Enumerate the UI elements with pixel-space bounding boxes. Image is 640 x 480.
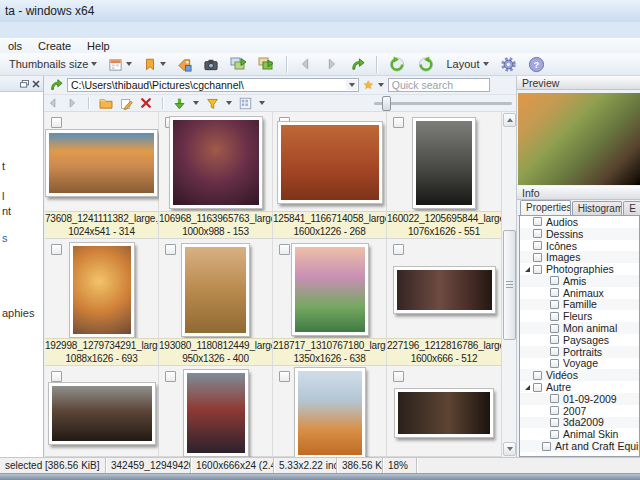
category-checkbox[interactable] (550, 324, 559, 333)
view-mode-grid-icon[interactable] (239, 97, 252, 110)
thumbnail-cell[interactable]: 106968_1163965763_large.jpg1000x988 - 15… (159, 112, 273, 239)
category-checkbox[interactable] (542, 442, 551, 451)
chevron-down-icon[interactable] (259, 101, 265, 105)
close-icon[interactable] (32, 80, 40, 88)
category-row[interactable]: Vidéos (520, 369, 639, 381)
thumbnail-cell[interactable] (45, 366, 159, 457)
folder-item[interactable]: l (2, 190, 4, 202)
category-checkbox[interactable] (550, 300, 559, 309)
category-checkbox[interactable] (550, 335, 559, 344)
category-row[interactable]: Portraits (520, 346, 639, 358)
category-row[interactable]: Images (520, 251, 639, 263)
category-row[interactable]: Famille (520, 299, 639, 311)
thumbnail-cell[interactable]: 218717_1310767180_large.jpg1350x1626 - 6… (273, 239, 387, 366)
tab-e[interactable]: E (623, 201, 640, 215)
category-checkbox[interactable] (550, 418, 559, 427)
category-row[interactable]: Paysages (520, 334, 639, 346)
thumbnail-image[interactable] (394, 388, 494, 438)
folder-item[interactable]: aphies (2, 307, 34, 319)
thumbnail-image[interactable] (69, 242, 135, 338)
category-row[interactable]: Amis (520, 275, 639, 287)
thumbnail-cell[interactable]: 125841_1166714058_large.jpg1600x1226 - 2… (273, 112, 387, 239)
category-checkbox[interactable] (533, 217, 542, 226)
category-row[interactable]: Photographies (520, 263, 639, 275)
thumbnails-size-button[interactable]: Thumbnails size (6, 55, 100, 74)
scrollbar-thumb[interactable] (503, 230, 516, 340)
category-checkbox[interactable] (550, 312, 559, 321)
thumbnail-image[interactable] (48, 382, 156, 445)
thumbnail-cell[interactable]: 73608_1241111382_large.jpg1024x541 - 314 (45, 112, 159, 239)
thumbnail-cell[interactable] (159, 366, 273, 457)
thumbnail-image[interactable] (291, 243, 369, 336)
delete-icon[interactable] (140, 97, 152, 109)
category-row[interactable]: Audios (520, 216, 639, 228)
menu-item-create[interactable]: Create (30, 39, 79, 53)
export-button[interactable] (255, 55, 278, 74)
category-row[interactable]: Animaux (520, 287, 639, 299)
thumbnail-image[interactable] (393, 266, 496, 314)
settings-button[interactable] (497, 55, 520, 74)
forward-button[interactable] (321, 55, 342, 74)
category-checkbox[interactable] (550, 406, 559, 415)
thumbnail-image[interactable] (294, 367, 366, 459)
thumbnail-scrollbar[interactable] (501, 112, 516, 457)
download-icon[interactable] (173, 97, 186, 110)
thumbnail-image[interactable] (183, 369, 249, 457)
convert-button[interactable] (227, 55, 250, 74)
up-folder-icon[interactable] (49, 78, 63, 92)
layout-button[interactable]: Layout (443, 55, 491, 74)
categories-tag-button[interactable] (174, 55, 195, 74)
scroll-down-button[interactable] (503, 442, 516, 456)
chevron-down-icon[interactable] (378, 83, 384, 87)
thumbnail-image[interactable] (169, 116, 263, 209)
category-row[interactable]: Fleurs (520, 310, 639, 322)
category-row[interactable]: 2007 (520, 405, 639, 417)
help-button[interactable]: ? (525, 55, 548, 74)
thumbnail-cell[interactable]: 193080_1180812449_large.jpg950x1326 - 40… (159, 239, 273, 366)
category-row[interactable]: 3da2009 (520, 417, 639, 429)
refresh-button[interactable] (347, 55, 368, 74)
tab-properties[interactable]: Properties (520, 200, 571, 215)
folder-item[interactable]: s (2, 232, 8, 244)
quick-search-input[interactable] (388, 78, 490, 92)
folder-item[interactable]: t (2, 160, 5, 172)
category-checkbox[interactable] (533, 229, 542, 238)
thumbnail-size-slider[interactable] (374, 102, 512, 105)
new-folder-icon[interactable] (99, 97, 113, 109)
category-checkbox[interactable] (533, 383, 542, 392)
back-arrow-icon[interactable] (47, 97, 59, 109)
category-row[interactable]: 01-09-2009 (520, 393, 639, 405)
back-button[interactable] (295, 55, 316, 74)
category-checkbox[interactable] (533, 253, 542, 262)
thumbnail-image[interactable] (181, 243, 250, 337)
bookmark-button[interactable] (140, 55, 169, 74)
expand-arrow-icon[interactable] (525, 267, 530, 272)
category-checkbox[interactable] (550, 430, 559, 439)
filter-funnel-icon[interactable] (206, 97, 219, 110)
category-checkbox[interactable] (533, 241, 542, 250)
menu-item-ols[interactable]: ols (0, 39, 30, 53)
category-checkbox[interactable] (550, 288, 559, 297)
thumbnail-image[interactable] (412, 117, 476, 209)
thumbnail-image[interactable] (45, 129, 158, 197)
float-panel-icon[interactable] (20, 80, 29, 88)
thumbnail-cell[interactable] (387, 366, 501, 457)
thumbnail-cell[interactable] (273, 366, 387, 457)
slider-thumb[interactable] (382, 96, 391, 111)
category-row[interactable]: Mon animal (520, 322, 639, 334)
menu-item-help[interactable]: Help (79, 39, 118, 53)
expand-arrow-icon[interactable] (525, 385, 530, 390)
category-checkbox[interactable] (533, 371, 542, 380)
sort-by-date-button[interactable] (105, 55, 135, 74)
forward-arrow-icon[interactable] (66, 97, 78, 109)
category-checkbox[interactable] (550, 394, 559, 403)
category-checkbox[interactable] (550, 359, 559, 368)
rotate-right-button[interactable] (414, 55, 438, 74)
scroll-up-button[interactable] (503, 113, 516, 127)
address-input[interactable]: C:\Users\thibaud\Pictures\cgchannel\ (67, 78, 359, 92)
folder-item[interactable]: nt (2, 205, 11, 217)
chevron-down-icon[interactable] (193, 101, 199, 105)
category-row[interactable]: Art and Craft Equip (520, 440, 639, 452)
category-row[interactable]: Animal Skin (520, 428, 639, 440)
category-checkbox[interactable] (533, 265, 542, 274)
